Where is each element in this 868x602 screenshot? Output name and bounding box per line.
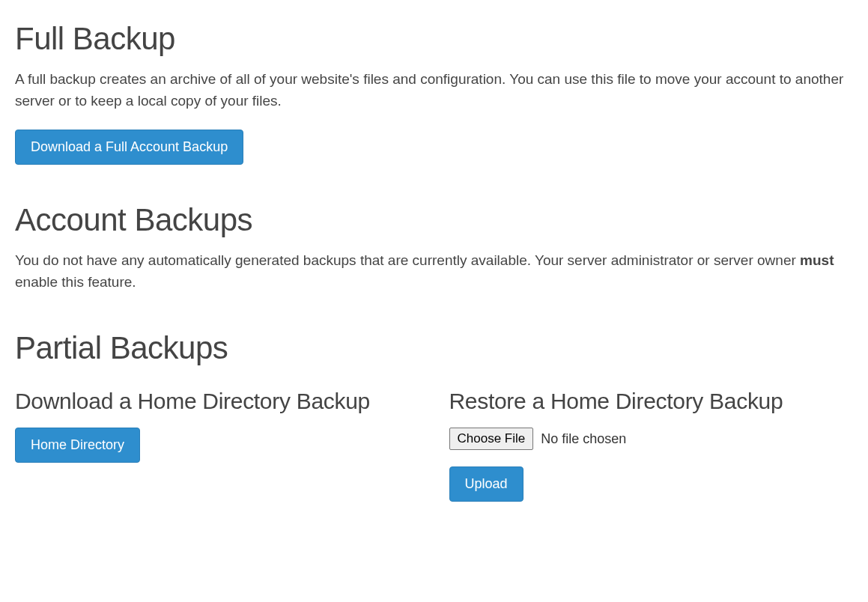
account-backups-description: You do not have any automatically genera… xyxy=(15,250,853,293)
account-backups-title: Account Backups xyxy=(15,202,853,238)
full-backup-section: Full Backup A full backup creates an arc… xyxy=(15,21,853,165)
file-input-row: Choose File No file chosen xyxy=(449,428,854,450)
download-home-directory-column: Download a Home Directory Backup Home Di… xyxy=(15,378,419,502)
download-full-backup-button[interactable]: Download a Full Account Backup xyxy=(15,130,243,165)
upload-button[interactable]: Upload xyxy=(449,466,523,502)
restore-home-directory-title: Restore a Home Directory Backup xyxy=(449,389,854,414)
full-backup-title: Full Backup xyxy=(15,21,853,57)
download-home-directory-title: Download a Home Directory Backup xyxy=(15,389,419,414)
account-backups-desc-pre: You do not have any automatically genera… xyxy=(15,252,800,268)
restore-home-directory-column: Restore a Home Directory Backup Choose F… xyxy=(449,378,854,502)
choose-file-button[interactable]: Choose File xyxy=(449,428,534,450)
partial-backups-title: Partial Backups xyxy=(15,330,853,366)
account-backups-desc-post: enable this feature. xyxy=(15,274,136,290)
account-backups-section: Account Backups You do not have any auto… xyxy=(15,202,853,293)
full-backup-description: A full backup creates an archive of all … xyxy=(15,69,853,112)
account-backups-desc-strong: must xyxy=(800,252,834,268)
home-directory-button[interactable]: Home Directory xyxy=(15,428,140,463)
partial-backups-section: Partial Backups Download a Home Director… xyxy=(15,330,853,502)
file-chosen-status: No file chosen xyxy=(541,431,626,447)
